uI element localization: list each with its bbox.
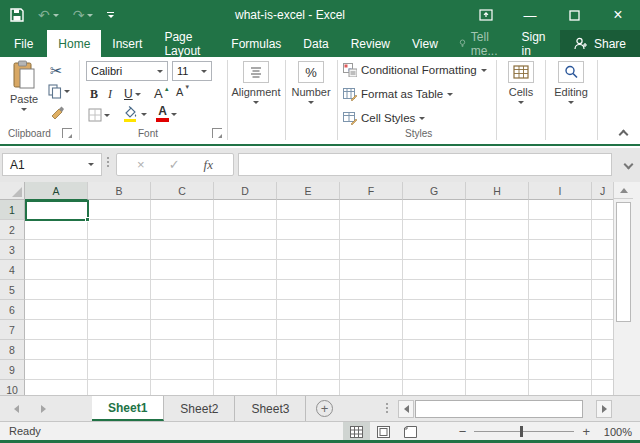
row-header-2[interactable]: 2 — [0, 220, 25, 240]
enter-button[interactable]: ✓ — [169, 157, 180, 172]
underline-button[interactable]: U — [124, 87, 141, 101]
zoom-slider-thumb[interactable] — [520, 426, 523, 437]
sheet-tab-sheet3[interactable]: Sheet3 — [235, 396, 306, 421]
row-header-1[interactable]: 1 — [0, 200, 25, 220]
cell-styles-button[interactable]: Cell Styles — [343, 111, 425, 125]
format-as-table-dropdown-icon[interactable] — [447, 93, 453, 96]
normal-view-button[interactable] — [343, 422, 370, 441]
tab-file[interactable]: File — [0, 30, 47, 57]
bold-button[interactable]: B — [90, 87, 98, 102]
column-header-f[interactable]: F — [340, 182, 403, 200]
alignment-group-button[interactable]: Alignment — [231, 61, 281, 104]
font-family-select[interactable]: Calibri — [86, 61, 168, 81]
tab-data[interactable]: Data — [292, 30, 339, 57]
font-color-button[interactable]: A — [156, 106, 177, 122]
number-group-button[interactable]: % Number — [289, 61, 333, 104]
column-header-h[interactable]: H — [466, 182, 529, 200]
underline-dropdown-icon[interactable] — [135, 93, 141, 96]
fill-handle[interactable] — [85, 217, 90, 222]
share-button[interactable]: Share — [560, 30, 640, 57]
clipboard-dialog-launcher-icon[interactable] — [62, 128, 72, 138]
decrease-font-size-button[interactable]: A▼ — [176, 86, 191, 98]
italic-button[interactable]: I — [108, 87, 112, 102]
scroll-up-button[interactable] — [614, 182, 633, 199]
column-header-i[interactable]: I — [529, 182, 592, 200]
column-header-a[interactable]: A — [25, 182, 88, 200]
tab-insert[interactable]: Insert — [101, 30, 153, 57]
format-as-table-button[interactable]: Format as Table — [343, 87, 453, 101]
page-layout-view-button[interactable] — [370, 422, 397, 441]
row-header-8[interactable]: 8 — [0, 340, 25, 360]
expand-formula-bar-icon[interactable] — [624, 160, 634, 170]
name-box-dropdown-icon[interactable] — [88, 163, 94, 166]
font-size-select[interactable]: 11 — [172, 61, 212, 81]
column-header-j[interactable]: J — [592, 182, 613, 200]
borders-button[interactable] — [88, 108, 110, 122]
tell-me-box[interactable]: Tell me... — [449, 30, 512, 57]
paste-button[interactable]: Paste — [6, 60, 42, 111]
sign-in-button[interactable]: Sign in — [512, 30, 556, 57]
column-header-c[interactable]: C — [151, 182, 214, 200]
paste-dropdown-icon[interactable] — [21, 108, 27, 111]
maximize-button[interactable] — [552, 0, 596, 30]
page-break-preview-button[interactable] — [397, 422, 424, 441]
row-header-5[interactable]: 5 — [0, 280, 25, 300]
ribbon-display-options-button[interactable] — [464, 0, 508, 30]
increase-font-size-button[interactable]: A▲ — [154, 86, 171, 101]
editing-dropdown-icon[interactable] — [568, 101, 574, 104]
scroll-right-button[interactable] — [596, 400, 612, 418]
number-dropdown-icon[interactable] — [308, 101, 314, 104]
format-painter-button[interactable] — [50, 105, 65, 119]
new-sheet-button[interactable]: + — [316, 400, 333, 417]
collapse-ribbon-icon[interactable] — [619, 130, 629, 140]
cell-styles-dropdown-icon[interactable] — [419, 117, 425, 120]
redo-button[interactable]: ↷ — [73, 7, 94, 23]
cancel-button[interactable]: × — [137, 157, 145, 172]
customize-qat-button[interactable] — [107, 12, 114, 18]
zoom-out-button[interactable]: − — [459, 424, 467, 439]
cut-button[interactable]: ✂ — [50, 62, 63, 80]
zoom-slider[interactable] — [474, 431, 574, 432]
column-header-b[interactable]: B — [88, 182, 151, 200]
column-header-d[interactable]: D — [214, 182, 277, 200]
save-icon[interactable] — [10, 8, 24, 22]
copy-dropdown-icon[interactable] — [64, 90, 70, 93]
tab-review[interactable]: Review — [340, 30, 401, 57]
sheet-tab-sheet1[interactable]: Sheet1 — [92, 396, 164, 421]
copy-button[interactable] — [48, 84, 70, 99]
column-header-e[interactable]: E — [277, 182, 340, 200]
fill-color-dropdown-icon[interactable] — [141, 113, 147, 116]
tab-page-layout[interactable]: Page Layout — [153, 30, 220, 57]
zoom-level[interactable]: 100% — [598, 426, 632, 438]
tab-home[interactable]: Home — [47, 30, 101, 57]
font-dialog-launcher-icon[interactable] — [212, 128, 222, 138]
row-header-3[interactable]: 3 — [0, 240, 25, 260]
minimize-button[interactable]: — — [508, 0, 552, 30]
horizontal-scrollbar[interactable] — [398, 399, 616, 418]
row-header-7[interactable]: 7 — [0, 320, 25, 340]
zoom-in-button[interactable]: + — [582, 424, 590, 439]
name-box[interactable]: A1 — [2, 153, 102, 176]
conditional-formatting-button[interactable]: Conditional Formatting — [343, 63, 487, 77]
fill-color-button[interactable] — [122, 106, 147, 122]
row-header-6[interactable]: 6 — [0, 300, 25, 320]
cells-group-button[interactable]: Cells — [501, 61, 541, 104]
tab-formulas[interactable]: Formulas — [220, 30, 292, 57]
vertical-scrollbar-thumb[interactable] — [616, 202, 631, 322]
cell-grid[interactable] — [25, 200, 613, 395]
font-color-dropdown-icon[interactable] — [171, 113, 177, 116]
column-header-g[interactable]: G — [403, 182, 466, 200]
undo-button[interactable]: ↶ — [38, 7, 59, 23]
borders-dropdown-icon[interactable] — [104, 114, 110, 117]
redo-dropdown-icon[interactable] — [87, 14, 93, 17]
sheet-tab-sheet2[interactable]: Sheet2 — [164, 396, 235, 421]
scroll-left-button[interactable] — [398, 400, 414, 418]
cells-dropdown-icon[interactable] — [518, 101, 524, 104]
vertical-scrollbar[interactable] — [613, 182, 633, 395]
editing-group-button[interactable]: Editing — [549, 61, 593, 104]
row-header-9[interactable]: 9 — [0, 360, 25, 380]
conditional-formatting-dropdown-icon[interactable] — [481, 69, 487, 72]
previous-sheet-icon[interactable] — [14, 405, 19, 413]
selected-cell-a1[interactable] — [25, 200, 89, 221]
undo-dropdown-icon[interactable] — [53, 14, 59, 17]
